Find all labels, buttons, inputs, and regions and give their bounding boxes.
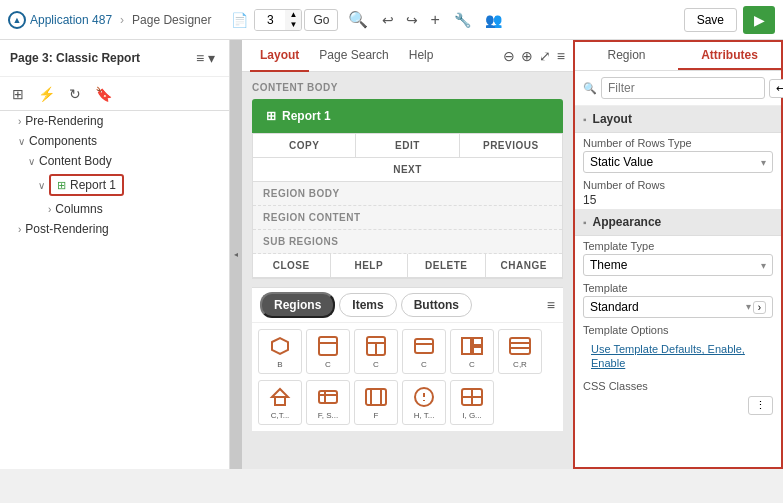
refresh-icon[interactable]: ↻ (65, 82, 85, 106)
center-menu-icon[interactable]: ≡ (557, 48, 565, 64)
svg-rect-15 (275, 397, 285, 405)
layout-icon[interactable]: ⊞ (8, 82, 28, 106)
section-collapse-icon-2[interactable]: ▪ (583, 217, 587, 228)
tree-item-pre-rendering[interactable]: › Pre-Rendering (0, 111, 229, 131)
add-button[interactable]: + (426, 7, 443, 33)
icon-item-6[interactable]: C,R (498, 329, 542, 374)
tab-layout[interactable]: Layout (250, 40, 309, 72)
go-button[interactable]: Go (304, 9, 338, 31)
previous-button[interactable]: PREVIOUS (460, 134, 562, 157)
tag-icon[interactable]: 🔖 (91, 82, 116, 106)
chevron-down-icon: ∨ (28, 156, 35, 167)
css-classes-btn[interactable]: ⋮ (748, 396, 773, 415)
page-icon-btn[interactable]: 📄 (227, 8, 252, 32)
run-button[interactable]: ▶ (743, 6, 775, 34)
dropdown-arrow-icon-2: ▾ (761, 260, 766, 271)
svg-rect-16 (319, 391, 337, 403)
tab-help[interactable]: Help (399, 40, 444, 72)
selected-item-box: ⊞ Report 1 (49, 174, 124, 196)
page-up-btn[interactable]: ▲ (285, 10, 301, 20)
rows-value: 15 (583, 193, 773, 207)
tree-item-post-rendering[interactable]: › Post-Rendering (0, 219, 229, 239)
icon-label-c4: C (469, 360, 475, 369)
tree-item-content-body[interactable]: ∨ Content Body (0, 151, 229, 171)
rows-type-field: Number of Rows Type Static Value ▾ (575, 133, 781, 175)
icon-item-7[interactable]: C,T... (258, 380, 302, 425)
icon-item-4[interactable]: C (402, 329, 446, 374)
share-button[interactable]: 👥 (481, 8, 506, 32)
page-number-input[interactable]: 3 (255, 10, 285, 30)
filter-input[interactable] (601, 77, 765, 99)
report-header[interactable]: ⊞ Report 1 (252, 99, 563, 133)
main-layout: Page 3: Classic Report ≡ ▾ ⊞ ⚡ ↻ 🔖 › Pre… (0, 40, 783, 469)
rows-type-select[interactable]: Static Value ▾ (583, 151, 773, 173)
rows-type-value: Static Value (590, 155, 653, 169)
bottom-tab-menu-icon[interactable]: ≡ (547, 297, 555, 313)
template-select[interactable]: Standard ▾ › (583, 296, 773, 318)
tree-item-columns[interactable]: › Columns (0, 199, 229, 219)
icon-item-11[interactable]: I, G... (450, 380, 494, 425)
expand-icon[interactable]: ⤢ (539, 48, 551, 64)
app-name: Application 487 (30, 13, 112, 27)
icon-item-8[interactable]: F, S... (306, 380, 350, 425)
undo-button[interactable]: ↩ (378, 8, 398, 32)
right-panel: Region Attributes 🔍 ↩ ▪ Layout Number of… (573, 40, 783, 469)
svg-rect-6 (415, 339, 433, 353)
icon-item-3[interactable]: C (354, 329, 398, 374)
toolbar-separator: › (120, 13, 124, 27)
help-button[interactable]: HELP (331, 254, 409, 277)
template-field: Template Standard ▾ › (575, 278, 781, 320)
close-button[interactable]: CLOSE (253, 254, 331, 277)
template-type-select[interactable]: Theme ▾ (583, 254, 773, 276)
css-classes-label: CSS Classes (583, 380, 773, 392)
tree-item-report1[interactable]: ∨ ⊞ Report 1 (0, 171, 229, 199)
appearance-section-title: Appearance (593, 215, 662, 229)
next-button[interactable]: NEXT (253, 158, 562, 181)
delete-button[interactable]: DELETE (408, 254, 486, 277)
page-down-btn[interactable]: ▼ (285, 20, 301, 30)
region-content-section: REGION CONTENT (253, 206, 562, 230)
center-panel: Layout Page Search Help ⊖ ⊕ ⤢ ≡ CONTENT … (242, 40, 573, 469)
icon-item-10[interactable]: H, T... (402, 380, 446, 425)
tree-item-label: Post-Rendering (25, 222, 108, 236)
tab-regions[interactable]: Regions (260, 292, 335, 318)
zoom-out-icon[interactable]: ⊖ (503, 48, 515, 64)
report-title: Report 1 (282, 109, 331, 123)
tab-buttons[interactable]: Buttons (401, 293, 472, 317)
chevron-right-icon: › (18, 224, 21, 235)
icon-item-1[interactable]: B (258, 329, 302, 374)
tab-attributes[interactable]: Attributes (678, 42, 781, 70)
edit-button[interactable]: EDIT (356, 134, 459, 157)
template-options-link[interactable]: Use Template Defaults, Enable, Enable (591, 343, 745, 369)
report-btn-row-next: NEXT (253, 158, 562, 182)
tab-region[interactable]: Region (575, 42, 678, 70)
icon-label-ct: C,T... (271, 411, 290, 420)
template-link-btn[interactable]: › (753, 301, 766, 314)
tree-item-label: Pre-Rendering (25, 114, 103, 128)
tree-item-components[interactable]: ∨ Components (0, 131, 229, 151)
copy-button[interactable]: COPY (253, 134, 356, 157)
icon-item-2[interactable]: C (306, 329, 350, 374)
lightning-icon[interactable]: ⚡ (34, 82, 59, 106)
sub-regions-section: SUB REGIONS (253, 230, 562, 254)
search-icon-btn[interactable]: 🔍 (344, 6, 372, 33)
template-type-value: Theme (590, 258, 627, 272)
icon-item-5[interactable]: C (450, 329, 494, 374)
zoom-in-icon[interactable]: ⊕ (521, 48, 533, 64)
app-link[interactable]: ▲ Application 487 (8, 11, 112, 29)
left-panel-collapse[interactable]: ◂ (230, 40, 242, 469)
icon-item-9[interactable]: F (354, 380, 398, 425)
grid-icon: ⊞ (57, 179, 66, 192)
template-value: Standard (590, 300, 639, 314)
section-collapse-icon[interactable]: ▪ (583, 114, 587, 125)
redo-button[interactable]: ↪ (402, 8, 422, 32)
change-button[interactable]: CHANGE (486, 254, 563, 277)
tab-items[interactable]: Items (339, 293, 396, 317)
tab-page-search[interactable]: Page Search (309, 40, 398, 72)
save-button[interactable]: Save (684, 8, 737, 32)
filter-options-btn[interactable]: ↩ (769, 79, 783, 98)
icon-label-f: F (374, 411, 379, 420)
tools-button[interactable]: 🔧 (450, 8, 475, 32)
left-panel-menu-btn[interactable]: ≡ ▾ (192, 46, 219, 70)
css-classes-field: CSS Classes ⋮ (575, 376, 781, 419)
